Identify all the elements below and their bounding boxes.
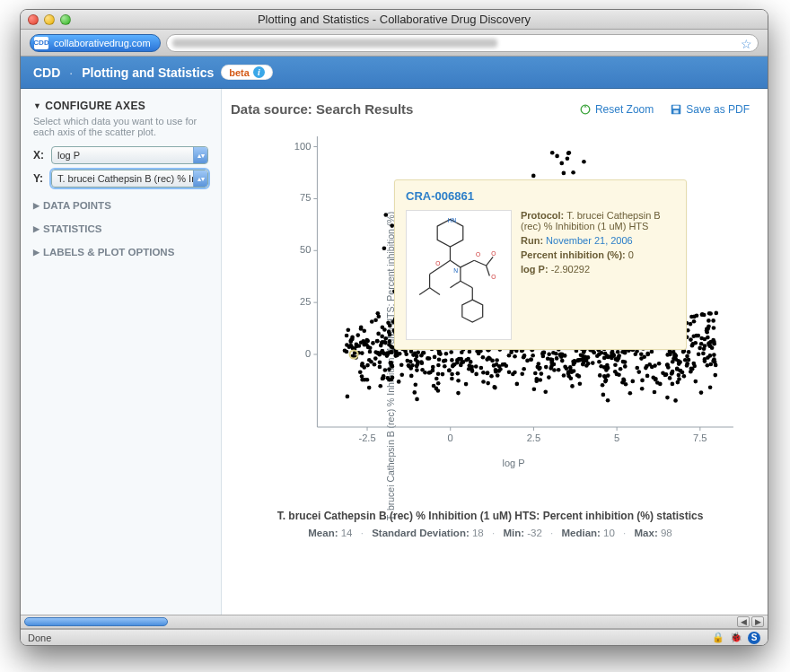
svg-point-653 xyxy=(381,326,385,330)
stats-mean-label: Mean: xyxy=(308,528,338,538)
site-identity-pill[interactable]: CDD collaborativedrug.com xyxy=(30,34,161,52)
svg-point-607 xyxy=(628,391,633,396)
tooltip-protocol-label: Protocol: xyxy=(521,210,564,221)
svg-point-883 xyxy=(559,161,564,166)
svg-point-628 xyxy=(529,358,533,362)
svg-point-654 xyxy=(388,339,392,344)
breadcrumb-sep: · xyxy=(69,65,73,80)
svg-point-774 xyxy=(493,386,497,390)
svg-line-937 xyxy=(487,257,494,266)
beta-badge[interactable]: beta i xyxy=(221,65,273,80)
stats-median: 10 xyxy=(603,528,615,538)
svg-text:HN: HN xyxy=(448,217,457,223)
svg-point-815 xyxy=(447,369,452,373)
caret-down-icon: ▼ xyxy=(33,101,41,110)
svg-point-771 xyxy=(346,328,350,333)
svg-line-935 xyxy=(461,260,474,267)
configure-axes-header[interactable]: ▼ CONFIGURE AXES xyxy=(33,100,208,112)
svg-point-522 xyxy=(689,337,693,342)
minimize-window-button[interactable] xyxy=(44,14,55,25)
svg-point-812 xyxy=(382,374,386,379)
svg-point-274 xyxy=(490,359,495,363)
save-pdf-button[interactable]: Save as PDF xyxy=(670,103,750,116)
svg-text:50: 50 xyxy=(300,244,311,255)
svg-point-408 xyxy=(700,312,705,317)
app-header: CDD · Plotting and Statistics beta i xyxy=(21,57,768,89)
caret-right-icon: ▶ xyxy=(33,224,40,233)
svg-text:O: O xyxy=(435,260,440,266)
tooltip-compound-id[interactable]: CRA-006861 xyxy=(406,189,474,203)
svg-point-428 xyxy=(434,387,439,391)
svg-point-591 xyxy=(380,349,384,353)
y-axis-select[interactable]: T. brucei Cathepsin B (rec) % In ▴▾ xyxy=(51,170,208,188)
bookmark-star-icon[interactable]: ☆ xyxy=(741,37,752,51)
svg-point-636 xyxy=(388,333,392,337)
svg-point-708 xyxy=(487,356,491,361)
sidebar-section-statistics[interactable]: ▶ STATISTICS xyxy=(33,223,208,234)
svg-point-365 xyxy=(371,341,375,345)
svg-point-68 xyxy=(687,350,691,354)
url-field[interactable]: ☆ xyxy=(166,34,759,52)
svg-point-548 xyxy=(584,363,589,368)
svg-point-437 xyxy=(362,328,366,333)
svg-point-718 xyxy=(532,388,537,392)
svg-point-615 xyxy=(538,378,542,382)
svg-text:-2.5: -2.5 xyxy=(358,432,375,443)
svg-point-820 xyxy=(443,364,447,369)
close-window-button[interactable] xyxy=(28,14,39,25)
svg-point-467 xyxy=(540,371,544,376)
svg-point-832 xyxy=(689,370,693,374)
svg-point-713 xyxy=(572,369,576,373)
svg-point-796 xyxy=(560,359,565,363)
zoom-window-button[interactable] xyxy=(60,14,71,25)
url-blurred-path xyxy=(172,39,497,48)
svg-point-323 xyxy=(570,384,575,388)
svg-point-649 xyxy=(387,367,391,371)
sidebar-section-datapoints[interactable]: ▶ DATA POINTS xyxy=(33,200,208,211)
chart-area: T. brucei Cathepsin B (rec) % Inhibition… xyxy=(231,126,750,606)
stats-block: T. brucei Cathepsin B (rec) % Inhibition… xyxy=(234,510,746,538)
svg-point-752 xyxy=(434,377,439,381)
scroll-thumb[interactable] xyxy=(24,617,168,626)
svg-point-727 xyxy=(479,366,484,371)
svg-line-924 xyxy=(440,260,450,267)
svg-point-671 xyxy=(423,371,427,375)
app-brand: CDD xyxy=(33,65,60,80)
reset-zoom-button[interactable]: Reset Zoom xyxy=(579,103,654,116)
browser-window: Plotting and Statistics - Collaborative … xyxy=(20,9,768,646)
svg-point-87 xyxy=(706,363,710,368)
svg-point-315 xyxy=(681,350,686,354)
scatter-plot[interactable]: 0255075100-2.502.557.5 CRA-006861 xyxy=(286,129,741,452)
x-axis-label: X: xyxy=(33,149,46,161)
svg-point-686 xyxy=(415,368,419,372)
svg-point-873 xyxy=(555,154,559,159)
x-axis-select[interactable]: log P ▴▾ xyxy=(51,146,208,164)
svg-line-928 xyxy=(461,281,472,288)
svg-point-459 xyxy=(699,342,704,346)
svg-point-707 xyxy=(685,363,689,368)
scroll-left-button[interactable]: ◀ xyxy=(737,616,750,627)
svg-point-564 xyxy=(714,311,718,316)
svg-point-482 xyxy=(481,380,486,384)
svg-point-479 xyxy=(467,367,471,371)
svg-point-379 xyxy=(705,330,709,335)
horizontal-scrollbar[interactable]: ◀ ▶ xyxy=(21,615,768,629)
svg-point-594 xyxy=(549,364,554,369)
svg-point-844 xyxy=(351,346,356,351)
svg-point-783 xyxy=(378,361,382,365)
status-text: Done xyxy=(28,633,51,643)
scroll-right-button[interactable]: ▶ xyxy=(751,616,764,627)
svg-point-845 xyxy=(415,364,419,369)
svg-point-748 xyxy=(671,370,675,374)
svg-point-716 xyxy=(367,386,372,390)
tooltip-info: Protocol: T. brucei Cathepsin B (rec) % … xyxy=(521,210,675,340)
sidebar-section-labels[interactable]: ▶ LABELS & PLOT OPTIONS xyxy=(33,247,208,257)
tooltip-logp-value: -2.90292 xyxy=(551,264,590,275)
stats-median-label: Median: xyxy=(561,528,600,538)
x-axis-title: log P xyxy=(286,458,741,468)
svg-point-205 xyxy=(391,364,395,369)
skype-status-icon[interactable]: S xyxy=(748,632,760,644)
svg-point-202 xyxy=(613,362,618,367)
tooltip-run-date[interactable]: November 21, 2006 xyxy=(546,235,633,246)
svg-point-218 xyxy=(623,364,628,369)
